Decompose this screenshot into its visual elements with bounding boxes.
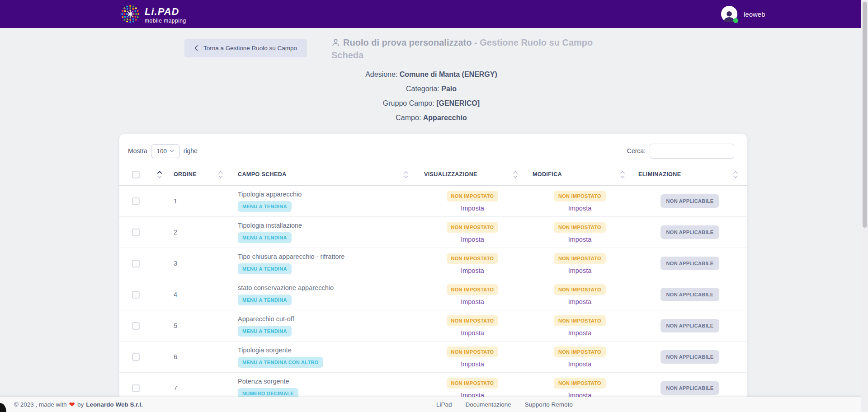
company-name: Leonardo Web S.r.l. <box>86 401 143 408</box>
lipad-logo-icon <box>119 3 141 27</box>
table-row: 1 Tipologia apparecchio MENU A TENDINA N… <box>119 186 747 217</box>
imposta-visualizzazione-link[interactable]: Imposta <box>461 236 484 243</box>
modifica-status-badge: NON IMPOSTATO <box>554 222 606 233</box>
footer-link-lipad[interactable]: LiPad <box>436 401 452 408</box>
lipad-logo-text: Li.PAD mobile mapping <box>145 7 186 23</box>
sort-control[interactable] <box>620 171 625 178</box>
visualizzazione-status-badge: NON IMPOSTATO <box>447 191 499 201</box>
imposta-visualizzazione-link[interactable]: Imposta <box>461 329 484 337</box>
tipo-campo-badge: MENU A TENDINA CON ALTRO <box>238 357 323 368</box>
row-checkbox[interactable] <box>132 291 140 299</box>
visualizzazione-status-badge: NON IMPOSTATO <box>447 346 499 357</box>
row-checkbox[interactable] <box>132 197 140 205</box>
sort-control[interactable] <box>157 171 162 178</box>
imposta-modifica-link[interactable]: Imposta <box>568 236 592 243</box>
logo-title: Li.PAD <box>145 7 186 17</box>
header-visualizzazione[interactable]: VISUALIZZAZIONE <box>418 164 527 185</box>
table-row: 6 Tipologia sorgente MENU A TENDINA CON … <box>119 342 747 373</box>
imposta-modifica-link[interactable]: Imposta <box>568 360 592 368</box>
person-icon <box>331 38 340 50</box>
scrollbar-thumb[interactable] <box>863 2 867 228</box>
campo-name: Tipologia sorgente <box>238 346 292 354</box>
online-status-dot <box>733 18 738 23</box>
footer: © 2023 , made with ❤ by Leonardo Web S.r… <box>0 397 868 412</box>
row-checkbox[interactable] <box>132 229 140 236</box>
visualizzazione-status-badge: NON IMPOSTATO <box>447 253 499 264</box>
footer-link-supporto-remoto[interactable]: Supporto Remoto <box>525 401 573 408</box>
row-checkbox[interactable] <box>132 322 140 330</box>
imposta-modifica-link[interactable]: Imposta <box>568 267 592 274</box>
sort-control[interactable] <box>218 171 223 178</box>
table-row: 4 stato conservazione apparecchio MENU A… <box>119 279 747 310</box>
sort-control[interactable] <box>733 171 738 178</box>
eliminazione-status-badge: NON APPLICABILE <box>660 350 720 364</box>
sort-control[interactable] <box>404 171 408 178</box>
heart-icon: ❤ <box>69 400 75 409</box>
copyright: © 2023 , made with ❤ by Leonardo Web S.r… <box>14 400 143 409</box>
eliminazione-status-badge: NON APPLICABILE <box>660 257 720 270</box>
page-length-label-before: Mostra <box>128 147 147 154</box>
eliminazione-status-badge: NON APPLICABILE <box>660 225 720 239</box>
imposta-modifica-link[interactable]: Imposta <box>568 298 592 305</box>
ordine-value: 6 <box>167 342 231 372</box>
vertical-scrollbar <box>861 0 868 412</box>
page-length-label-after: righe <box>184 147 198 154</box>
modifica-status-badge: NON IMPOSTATO <box>554 284 606 295</box>
imposta-visualizzazione-link[interactable]: Imposta <box>461 267 484 274</box>
table-row: 3 Tipo chiusura apparecchio - rifrattore… <box>119 248 747 279</box>
modifica-status-badge: NON IMPOSTATO <box>554 191 606 201</box>
page-length-select[interactable]: 100 <box>151 144 180 158</box>
imposta-visualizzazione-link[interactable]: Imposta <box>461 360 484 368</box>
sort-control[interactable] <box>513 171 518 178</box>
table-row: 2 Tipologia installazione MENU A TENDINA… <box>119 217 747 248</box>
imposta-visualizzazione-link[interactable]: Imposta <box>461 298 484 305</box>
tipo-campo-badge: MENU A TENDINA <box>238 263 292 274</box>
row-checkbox[interactable] <box>132 353 140 361</box>
tipo-campo-badge: MENU A TENDINA <box>238 201 292 212</box>
table-card: Mostra 100 righe Cerca: ORDINE <box>119 134 747 412</box>
search-label: Cerca: <box>627 147 646 154</box>
select-all-checkbox[interactable] <box>132 171 140 178</box>
header-ordine[interactable]: ORDINE <box>167 164 231 185</box>
imposta-modifica-link[interactable]: Imposta <box>568 205 592 212</box>
search-input[interactable] <box>650 144 734 159</box>
row-checkbox[interactable] <box>132 260 140 267</box>
header-eliminazione[interactable]: ELIMINAZIONE <box>633 164 747 185</box>
search-wrap: Cerca: <box>627 144 734 159</box>
sort-asc-icon <box>513 171 518 174</box>
lipad-logo[interactable]: Li.PAD mobile mapping <box>119 3 186 27</box>
footer-links: LiPad Documentazione Supporto Remoto <box>436 401 573 408</box>
sort-desc-icon <box>620 175 625 178</box>
sort-asc-icon <box>404 171 408 174</box>
page-length-value: 100 <box>157 148 167 154</box>
user-menu[interactable]: leoweb <box>721 6 765 22</box>
ordine-value: 4 <box>167 279 231 310</box>
table-controls: Mostra 100 righe Cerca: <box>119 143 747 159</box>
meta-campo: Campo: Apparecchio <box>273 114 590 122</box>
campo-name: Tipologia installazione <box>238 222 302 229</box>
username: leoweb <box>744 10 765 18</box>
eliminazione-status-badge: NON APPLICABILE <box>660 381 720 395</box>
page-title: Ruolo di prova personalizzato - Gestione… <box>331 37 625 61</box>
footer-link-documentazione[interactable]: Documentazione <box>466 401 511 408</box>
sort-desc-icon <box>733 175 738 178</box>
campo-name: Apparecchio cut-off <box>238 315 294 323</box>
back-button[interactable]: Torna a Gestione Ruolo su Campo <box>184 39 307 57</box>
modifica-status-badge: NON IMPOSTATO <box>554 378 606 389</box>
eliminazione-status-badge: NON APPLICABILE <box>660 288 720 301</box>
table-header: ORDINE CAMPO SCHEDA VISUALIZZAZIONE <box>119 164 747 186</box>
modifica-status-badge: NON IMPOSTATO <box>554 346 606 357</box>
eliminazione-status-badge: NON APPLICABILE <box>660 319 720 332</box>
header-select-column <box>119 164 167 185</box>
sort-desc-icon <box>404 175 408 178</box>
imposta-modifica-link[interactable]: Imposta <box>568 329 592 337</box>
imposta-visualizzazione-link[interactable]: Imposta <box>461 205 484 212</box>
row-checkbox[interactable] <box>132 384 140 392</box>
header-campo-scheda[interactable]: CAMPO SCHEDA <box>231 164 418 185</box>
chevron-left-icon <box>194 45 198 51</box>
app-screen: Li.PAD mobile mapping leoweb Torna a Ges… <box>0 0 868 412</box>
header-modifica[interactable]: MODIFICA <box>527 164 633 185</box>
meta-gruppo-campo: Gruppo Campo: [GENERICO] <box>273 99 590 108</box>
modifica-status-badge: NON IMPOSTATO <box>554 253 606 264</box>
ordine-value: 2 <box>167 217 231 248</box>
